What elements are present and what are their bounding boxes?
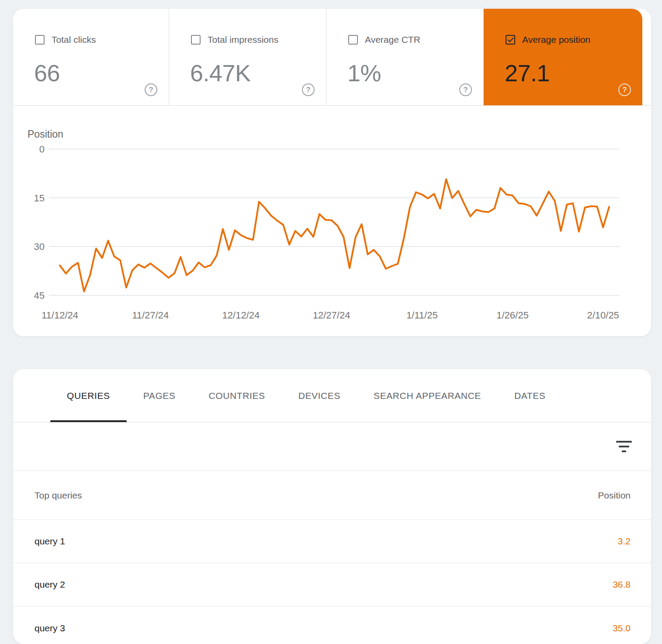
svg-text:0: 0 (39, 144, 45, 155)
svg-text:Position: Position (28, 128, 63, 140)
performance-card: Total clicks 66 ? Total impressions 6.47… (13, 9, 651, 336)
metric-tile-average-position[interactable]: Average position 27.1 ? (484, 9, 642, 105)
metric-tile-total-impressions[interactable]: Total impressions 6.47K ? (169, 9, 326, 105)
average-position-checkbox[interactable] (506, 35, 515, 45)
position-cell: 3.2 (618, 536, 631, 547)
svg-text:30: 30 (34, 241, 45, 252)
tab-bar: QUERIES PAGES COUNTRIES DEVICES SEARCH A… (13, 369, 651, 422)
svg-text:1/26/25: 1/26/25 (496, 310, 528, 321)
svg-text:2/10/25: 2/10/25 (587, 310, 619, 321)
position-cell: 35.0 (613, 623, 631, 634)
tab-search-appearance[interactable]: SEARCH APPEARANCE (357, 369, 498, 422)
metric-label: Total clicks (52, 35, 96, 45)
help-icon[interactable]: ? (618, 83, 631, 96)
metrics-row: Total clicks 66 ? Total impressions 6.47… (13, 9, 651, 106)
column-header-top-queries[interactable]: Top queries (35, 490, 82, 501)
position-chart: 0153045Position11/12/2411/27/2412/12/241… (13, 106, 651, 336)
metric-tile-total-clicks[interactable]: Total clicks 66 ? (13, 9, 169, 105)
svg-text:12/12/24: 12/12/24 (222, 310, 260, 321)
table-row[interactable]: query 1 3.2 (13, 520, 651, 563)
table-header: Top queries Position (13, 471, 651, 520)
svg-text:11/12/24: 11/12/24 (42, 310, 78, 321)
tab-pages[interactable]: PAGES (127, 369, 192, 422)
tab-devices[interactable]: DEVICES (282, 369, 357, 422)
help-icon[interactable]: ? (302, 83, 315, 96)
total-clicks-value: 66 (34, 59, 169, 87)
position-chart-svg: 0153045Position11/12/2411/27/2412/12/241… (13, 106, 651, 336)
svg-text:1/11/25: 1/11/25 (406, 310, 438, 321)
help-icon[interactable]: ? (459, 83, 472, 96)
tab-queries[interactable]: QUERIES (50, 369, 127, 422)
query-cell[interactable]: query 3 (35, 623, 65, 634)
metric-toggle-total-impressions[interactable]: Total impressions (190, 35, 326, 45)
average-position-value: 27.1 (505, 59, 642, 87)
metric-label: Total impressions (208, 35, 278, 45)
average-ctr-value: 1% (347, 59, 483, 87)
filter-list-icon[interactable] (615, 438, 633, 455)
column-header-position[interactable]: Position (598, 490, 631, 501)
metric-toggle-total-clicks[interactable]: Total clicks (34, 35, 169, 45)
metric-label: Average CTR (365, 35, 420, 45)
metric-toggle-average-ctr[interactable]: Average CTR (347, 35, 483, 45)
svg-text:15: 15 (34, 193, 45, 204)
metric-toggle-average-position[interactable]: Average position (505, 35, 642, 45)
svg-text:11/27/24: 11/27/24 (132, 310, 169, 321)
dimensions-card: QUERIES PAGES COUNTRIES DEVICES SEARCH A… (13, 369, 651, 644)
svg-text:45: 45 (34, 290, 45, 301)
table-row[interactable]: query 2 36.8 (13, 563, 651, 606)
table-row[interactable]: query 3 35.0 (13, 606, 651, 644)
filter-row (13, 422, 651, 471)
help-icon[interactable]: ? (145, 83, 157, 96)
total-impressions-checkbox[interactable] (191, 35, 201, 45)
metric-label: Average position (522, 35, 590, 45)
total-impressions-value: 6.47K (190, 59, 326, 87)
query-cell[interactable]: query 1 (35, 536, 65, 547)
total-clicks-checkbox[interactable] (35, 35, 45, 45)
svg-text:12/27/24: 12/27/24 (313, 310, 350, 321)
tab-countries[interactable]: COUNTRIES (192, 369, 282, 422)
query-cell[interactable]: query 2 (35, 579, 65, 590)
tab-dates[interactable]: DATES (498, 369, 562, 422)
metric-tile-average-ctr[interactable]: Average CTR 1% ? (326, 9, 484, 105)
metrics-filler (642, 9, 651, 105)
position-cell: 36.8 (613, 579, 631, 590)
average-ctr-checkbox[interactable] (348, 35, 358, 45)
